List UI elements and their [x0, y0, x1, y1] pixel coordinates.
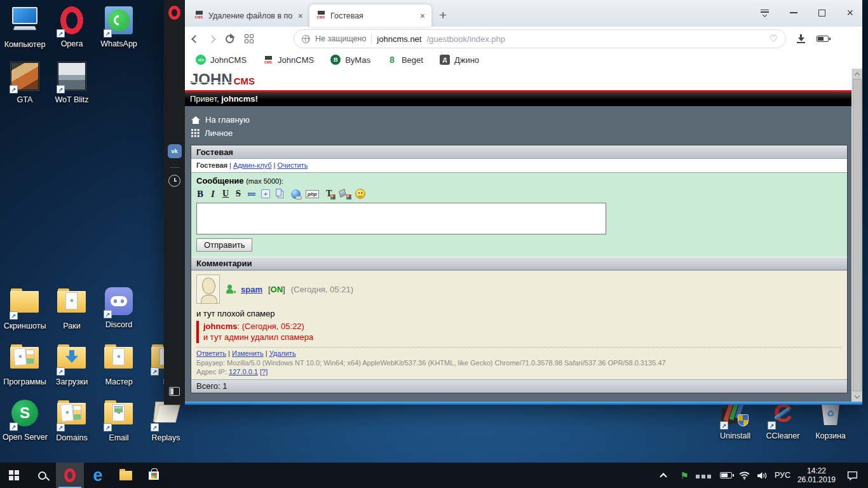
bookmark-item[interactable]: ДДжино	[440, 55, 479, 65]
tab-close-icon[interactable]: ×	[419, 11, 426, 21]
beget-icon: 8	[387, 55, 397, 65]
format-strike-icon[interactable]: S	[234, 189, 242, 200]
taskbar-edge-button[interactable]: e	[84, 463, 112, 488]
vk-sidebar-icon[interactable]: vk	[168, 144, 182, 158]
address-divider	[371, 34, 372, 44]
clear-link[interactable]: Очистить	[278, 161, 308, 169]
desktop-icon[interactable]: ↗GTA	[3, 61, 47, 104]
gta-icon: ↗	[10, 62, 40, 94]
format-underline-icon[interactable]: U	[222, 189, 229, 200]
tab-menu-icon[interactable]	[761, 10, 769, 17]
desktop-icon[interactable]: ↗Email	[97, 398, 141, 442]
admin-club-link[interactable]: Админ-клуб	[233, 161, 271, 169]
format-bold-icon[interactable]: B	[196, 189, 204, 200]
johncms-logo-cms[interactable]: CMS	[234, 76, 255, 86]
shortcut-arrow-icon: ↗	[768, 421, 776, 430]
desktop-icon[interactable]: ↗Загрузки	[50, 342, 94, 386]
scrollbar-thumb[interactable]	[853, 79, 862, 391]
action-center-button[interactable]	[843, 471, 862, 480]
battery-icon[interactable]	[720, 472, 732, 478]
format-plus-icon[interactable]: +	[261, 189, 270, 198]
wifi-icon[interactable]	[739, 471, 750, 480]
bookmark-item[interactable]: CMSJohnCMS	[263, 55, 314, 65]
search-button[interactable]	[28, 463, 56, 488]
johncms-logo[interactable]: JOHN	[190, 71, 233, 88]
bookmark-item[interactable]: BByMas	[330, 55, 370, 65]
desktop-icon[interactable]: Компьютер	[3, 5, 47, 49]
message-textarea[interactable]	[196, 203, 606, 234]
taskbar-store-button[interactable]	[140, 463, 168, 488]
minimize-button[interactable]	[790, 12, 797, 13]
bookmark-label: Beget	[402, 55, 423, 65]
taskbar-explorer-button[interactable]	[112, 463, 140, 488]
ip-link[interactable]: 127.0.0.1	[229, 368, 258, 376]
tray-expand-button[interactable]	[654, 472, 673, 479]
downloads-icon[interactable]	[797, 34, 806, 43]
desktop-icon[interactable]: Программы	[3, 342, 47, 386]
desktop-icon[interactable]: ↗Discord	[97, 286, 141, 329]
useragent-line: Браузер: Mozilla/5.0 (Windows NT 10.0; W…	[196, 358, 842, 367]
format-list-icon[interactable]: ≔	[247, 189, 256, 200]
delete-link[interactable]: Удалить	[269, 349, 296, 357]
format-smiley-icon[interactable]	[355, 189, 365, 199]
tab-close-icon[interactable]: ×	[297, 11, 304, 21]
bookmark-heart-icon[interactable]: ♡	[770, 33, 778, 44]
back-icon[interactable]	[191, 35, 200, 43]
desktop-icon[interactable]: ↗Domains	[50, 398, 94, 442]
clock[interactable]: 14:22 26.01.2019	[797, 466, 836, 484]
nav-home-link[interactable]: На главную	[191, 113, 851, 126]
desktop-icon[interactable]: Мастер	[97, 342, 141, 386]
tab-active[interactable]: CMS Гостевая ×	[309, 4, 431, 27]
scroll-down-icon[interactable]	[852, 391, 862, 402]
bookmark-item[interactable]: 8Beget	[387, 55, 423, 65]
language-indicator[interactable]: РУС	[775, 471, 790, 480]
shortcut-arrow-icon: ↗	[104, 423, 112, 431]
tab-inactive[interactable]: CMS Удаление файлов в почте ×	[187, 4, 309, 27]
desktop-icon[interactable]: S↗Open Server	[3, 398, 47, 442]
edit-link[interactable]: Изменить	[232, 349, 264, 357]
sidebar-panel-toggle-icon[interactable]	[169, 387, 180, 396]
user-add-icon[interactable]: +	[226, 285, 235, 294]
close-button[interactable]: ×	[846, 7, 853, 18]
d-square-icon: Д	[440, 55, 450, 65]
tray-app-icon[interactable]	[696, 470, 713, 481]
format-copy-icon[interactable]	[275, 189, 286, 200]
scroll-up-icon[interactable]	[852, 69, 862, 79]
history-clock-icon[interactable]	[168, 175, 180, 187]
format-italic-icon[interactable]: I	[209, 189, 217, 200]
reload-icon[interactable]	[226, 35, 234, 43]
volume-icon[interactable]	[757, 471, 768, 480]
desktop-icon[interactable]: ↗Opera	[50, 5, 94, 48]
start-button[interactable]	[0, 463, 28, 488]
format-php-icon[interactable]: php	[306, 190, 319, 198]
action-center-icon	[847, 471, 858, 480]
bookmark-label: Джино	[454, 55, 479, 65]
desktop-icon[interactable]: ↗Скриншоты	[3, 286, 47, 330]
format-fontcolor-icon[interactable]: T	[324, 189, 334, 200]
desktop-icon[interactable]: Раки	[50, 286, 94, 330]
window-bottom-strip	[185, 402, 862, 405]
greeting-bar: Привет, johncms!	[185, 90, 851, 106]
site-info-globe-icon[interactable]	[302, 35, 310, 43]
speed-dial-icon[interactable]	[245, 34, 254, 43]
battery-saver-icon[interactable]	[817, 36, 829, 42]
desktop-icon-label: Discord	[97, 320, 141, 329]
format-fillcolor-icon[interactable]	[339, 189, 350, 200]
ip-help-link[interactable]: [?]	[260, 368, 268, 376]
desktop-icon[interactable]: ↗WoT Blitz	[50, 61, 94, 104]
maximize-button[interactable]	[818, 10, 825, 17]
comment-username-link[interactable]: spam	[241, 285, 262, 294]
submit-button[interactable]: Отправить	[196, 238, 252, 252]
format-link-icon[interactable]	[291, 189, 301, 199]
taskbar-opera-button[interactable]	[56, 463, 84, 488]
desktop-icon[interactable]: ↗WhatsApp	[97, 5, 141, 48]
opera-logo-icon[interactable]	[168, 6, 180, 20]
reply-link[interactable]: Ответить	[196, 349, 226, 357]
forward-icon[interactable]	[208, 35, 216, 43]
bookmark-item[interactable]: </>JohnCMS	[196, 55, 247, 65]
nav-personal-link[interactable]: Личное	[191, 126, 851, 140]
page-scrollbar[interactable]	[851, 69, 862, 402]
openserver-flag-icon[interactable]: ⚑	[680, 471, 688, 480]
address-bar[interactable]: Не защищено johncms.net/guestbook/index.…	[294, 29, 786, 48]
new-tab-button[interactable]: +	[439, 8, 447, 23]
